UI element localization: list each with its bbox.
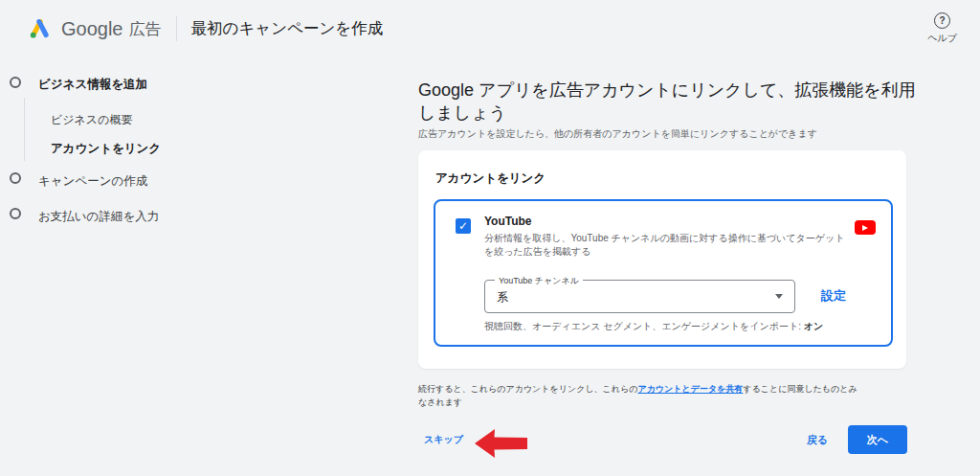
sidebar-substep-business-overview[interactable]: ビジネスの概要 xyxy=(51,112,132,128)
step-circle-campaign xyxy=(10,172,21,184)
import-status-text: 視聴回数、オーディエンス セグメント、エンゲージメントをインポート: xyxy=(484,321,804,331)
youtube-channel-select[interactable]: YouTube チャンネル 系 xyxy=(484,280,795,313)
import-status-line: 視聴回数、オーディエンス セグメント、エンゲージメントをインポート: オン xyxy=(484,320,823,333)
import-status-value: オン xyxy=(804,321,823,331)
sidebar-step-business-info[interactable]: ビジネス情報を追加 xyxy=(38,77,147,93)
help-label: ヘルプ xyxy=(927,32,957,45)
header-divider xyxy=(176,16,177,41)
brand-product: 広告 xyxy=(129,18,162,40)
sidebar-substep-link-accounts[interactable]: アカウントをリンク xyxy=(51,141,161,157)
youtube-channel-select-value: 系 xyxy=(497,289,508,306)
link-accounts-card: アカウントをリンク ✓ YouTube 分析情報を取得し、YouTube チャン… xyxy=(418,150,906,369)
share-accounts-data-link[interactable]: アカウントとデータを共有 xyxy=(637,384,743,394)
play-icon xyxy=(862,225,868,231)
main-heading: Google アプリを広告アカウントにリンクして、拡張機能を利用しましょう xyxy=(418,79,918,125)
skip-button[interactable]: スキップ xyxy=(424,433,463,446)
youtube-link-checkbox[interactable]: ✓ xyxy=(456,218,471,234)
card-title: アカウントをリンク xyxy=(435,170,546,187)
youtube-channel-select-label: YouTube チャンネル xyxy=(495,275,583,287)
youtube-service-name: YouTube xyxy=(484,215,532,228)
brand-google: Google xyxy=(61,18,123,40)
sidebar-step-payment[interactable]: お支払いの詳細を入力 xyxy=(38,209,159,225)
google-ads-logo-icon xyxy=(27,17,53,40)
step-circle-business-info xyxy=(10,77,21,88)
disclaimer-text-before: 続行すると、これらのアカウントをリンクし、これらの xyxy=(418,384,637,394)
back-button[interactable]: 戻る xyxy=(807,433,828,447)
youtube-service-description: 分析情報を取得し、YouTube チャンネルの動画に対する操作に基づいてターゲッ… xyxy=(484,232,848,259)
next-button[interactable]: 次へ xyxy=(848,425,907,454)
youtube-icon xyxy=(855,220,876,235)
stepper-connector-line xyxy=(24,98,25,161)
consent-disclaimer: 続行すると、これらのアカウントをリンクし、これらのアカウントとデータを共有するこ… xyxy=(418,382,861,409)
chevron-down-icon[interactable] xyxy=(775,294,783,299)
header: Google 広告 最初のキャンペーンを作成 ? ヘルプ xyxy=(0,0,980,57)
help-button[interactable]: ? ヘルプ xyxy=(927,12,957,45)
step-circle-payment xyxy=(10,208,21,219)
main-subheading: 広告アカウントを設定したら、他の所有者のアカウントを簡単にリンクすることができま… xyxy=(418,127,817,141)
checkmark-icon: ✓ xyxy=(458,219,468,233)
sidebar-step-campaign[interactable]: キャンペーンの作成 xyxy=(38,173,147,190)
settings-link[interactable]: 設定 xyxy=(821,287,846,305)
page-title: 最初のキャンペーンを作成 xyxy=(191,18,384,39)
annotation-arrow-icon xyxy=(475,426,528,461)
help-icon[interactable]: ? xyxy=(934,12,950,29)
youtube-link-panel: ✓ YouTube 分析情報を取得し、YouTube チャンネルの動画に対する操… xyxy=(434,199,893,347)
